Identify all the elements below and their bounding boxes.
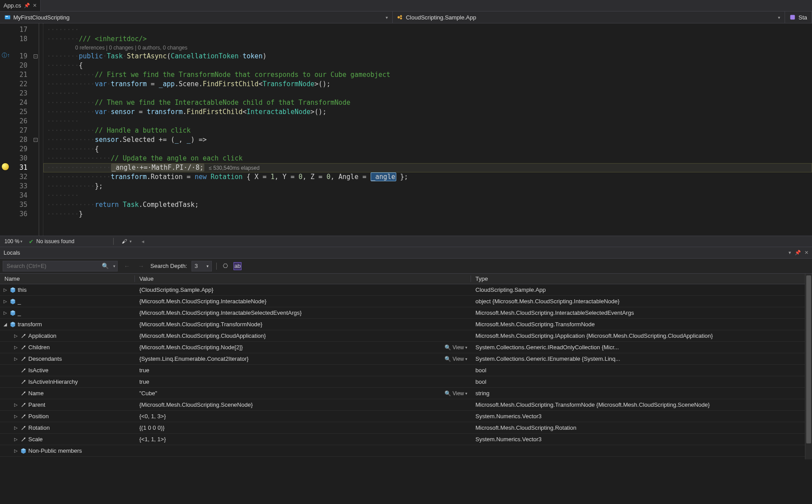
var-name: _	[18, 309, 21, 316]
var-name: transform	[18, 321, 42, 328]
expand-toggle[interactable]: ▷	[13, 414, 19, 419]
pin-icon[interactable]: 📌	[795, 250, 801, 256]
cube-icon	[20, 448, 27, 454]
search-input[interactable]	[3, 263, 99, 269]
depth-select[interactable]: 3 ▾	[192, 261, 212, 271]
search-icon[interactable]: 🔍	[99, 263, 111, 269]
expand-toggle[interactable]: ▷	[3, 287, 8, 292]
close-icon[interactable]: ✕	[33, 3, 37, 8]
var-value: {<1, 1, 1>}	[139, 436, 166, 443]
folding-margin: − −	[33, 23, 39, 236]
magnifier-icon: 🔍	[444, 344, 451, 351]
var-name: Children	[28, 344, 50, 351]
locals-toolbar: 🔍 ▾ ← → Search Depth: 3 ▾ ⎔ ab	[0, 259, 812, 274]
var-name: Parent	[28, 401, 45, 408]
chevron-down-icon[interactable]: ▾	[111, 264, 117, 268]
col-name[interactable]: Name	[0, 275, 135, 282]
fold-toggle[interactable]: −	[34, 54, 38, 58]
highlight-mode-icon[interactable]: ab	[234, 262, 241, 270]
class-icon	[397, 14, 403, 20]
perf-tip[interactable]: ≤ 530,540ms elapsed	[209, 165, 260, 171]
cleanup-button[interactable]: 🖌 ▾	[120, 237, 134, 245]
expand-toggle[interactable]: ◢	[3, 322, 8, 327]
current-statement: _angle·+=·MathF.PI·/·8;	[111, 164, 205, 172]
table-row[interactable]: ▷this{CloudScripting.Sample.App}CloudScr…	[0, 284, 812, 296]
table-row[interactable]: IsActivetruebool	[0, 365, 812, 376]
tree-view-icon[interactable]: ⎔	[221, 262, 229, 270]
table-row[interactable]: ▷_{Microsoft.Mesh.CloudScripting.Interac…	[0, 307, 812, 319]
var-value: {Microsoft.Mesh.CloudScripting.Node[2]}	[139, 344, 243, 351]
locals-search[interactable]: 🔍 ▾	[3, 261, 118, 271]
expand-toggle[interactable]: ▷	[13, 345, 19, 350]
magnifier-icon: 🔍	[444, 390, 451, 397]
view-link[interactable]: 🔍View▾	[444, 356, 467, 362]
vertical-scrollbar[interactable]	[805, 274, 812, 459]
class-name: CloudScripting.Sample.App	[406, 14, 476, 21]
grid-header[interactable]: Name Value Type	[0, 274, 812, 284]
info-icon[interactable]: ⓘ↑	[2, 52, 8, 58]
table-row[interactable]: IsActiveInHierarchytruebool	[0, 376, 812, 388]
wrench-icon	[20, 344, 27, 351]
view-link[interactable]: 🔍View▾	[444, 344, 467, 351]
expand-toggle[interactable]: ▷	[13, 402, 19, 407]
expand-toggle[interactable]: ▷	[3, 299, 8, 304]
member-dropdown[interactable]: Sta	[785, 11, 812, 23]
project-name: MyFirstCloudScripting	[13, 14, 69, 21]
expand-toggle[interactable]: ▷	[13, 356, 19, 361]
member-name-partial: Sta	[798, 14, 807, 21]
code-editor[interactable]: ⓘ↑ 17 18 19 20 21 22 23 24 25 26 27 28 2…	[0, 23, 812, 236]
project-dropdown[interactable]: MyFirstCloudScripting ▾	[0, 11, 393, 23]
var-name: Scale	[28, 436, 43, 443]
table-row[interactable]: ▷Rotation{(1 0 0 0)}Microsoft.Mesh.Cloud…	[0, 422, 812, 434]
table-row[interactable]: ▷Children{Microsoft.Mesh.CloudScripting.…	[0, 342, 812, 353]
expand-toggle[interactable]: ▷	[13, 448, 19, 453]
breakpoint-current-icon[interactable]	[2, 163, 9, 170]
window-menu-icon[interactable]: ▾	[789, 250, 791, 256]
zoom-level[interactable]: 100 %▾	[4, 238, 23, 244]
var-name: _	[18, 298, 21, 305]
var-value: {Microsoft.Mesh.CloudScripting.Interacta…	[139, 309, 302, 316]
fold-toggle[interactable]: −	[34, 138, 38, 142]
var-type: Microsoft.Mesh.CloudScripting.Rotation	[471, 424, 812, 431]
var-type: System.Collections.Generic.IReadOnlyColl…	[471, 344, 812, 351]
var-type: CloudScripting.Sample.App	[471, 286, 812, 293]
table-row[interactable]: ▷Parent{Microsoft.Mesh.CloudScripting.Sc…	[0, 399, 812, 411]
expand-toggle[interactable]: ▷	[13, 437, 19, 442]
wrench-icon	[20, 425, 27, 431]
tab-app-cs[interactable]: App.cs 📌 ✕	[0, 0, 41, 11]
code-surface[interactable]: ········ ········/// <inheritdoc/> 0 ref…	[43, 23, 812, 236]
table-row[interactable]: ▷Non-Public members	[0, 445, 812, 457]
locals-title: Locals	[4, 249, 20, 256]
expand-toggle[interactable]: ▷	[13, 333, 19, 338]
var-type: System.Numerics.Vector3	[471, 413, 812, 420]
grid-body[interactable]: ▷this{CloudScripting.Sample.App}CloudScr…	[0, 284, 812, 457]
editor-status-bar: 100 %▾ ✔ No issues found 🖌 ▾ ◂	[0, 236, 812, 247]
table-row[interactable]: ▷Position{<0, 1, 3>}System.Numerics.Vect…	[0, 411, 812, 422]
table-row[interactable]: ▷Descendants{System.Linq.Enumerable.Conc…	[0, 353, 812, 365]
var-name: Descendants	[28, 355, 62, 362]
expand-toggle[interactable]: ▷	[13, 425, 19, 430]
table-row[interactable]: ▷_{Microsoft.Mesh.CloudScripting.Interac…	[0, 296, 812, 307]
table-row[interactable]: ◢transform{Microsoft.Mesh.CloudScripting…	[0, 319, 812, 330]
table-row[interactable]: ▷Scale{<1, 1, 1>}System.Numerics.Vector3	[0, 434, 812, 445]
pin-icon[interactable]: 📌	[24, 3, 30, 8]
glyph-margin: ⓘ↑	[0, 23, 11, 236]
issues-indicator[interactable]: ✔ No issues found	[29, 238, 74, 245]
locals-grid: Name Value Type ▷this{CloudScripting.Sam…	[0, 274, 812, 457]
close-icon[interactable]: ✕	[804, 250, 808, 256]
col-type[interactable]: Type	[471, 275, 812, 282]
table-row[interactable]: Name"Cube"🔍View▾string	[0, 388, 812, 399]
expand-toggle[interactable]: ▷	[3, 310, 8, 315]
var-name: IsActiveInHierarchy	[28, 378, 78, 385]
var-name: Application	[28, 332, 57, 339]
table-row[interactable]: ▷Application{Microsoft.Mesh.CloudScripti…	[0, 330, 812, 342]
col-value[interactable]: Value	[135, 275, 471, 282]
var-value: {Microsoft.Mesh.CloudScripting.Transform…	[139, 321, 262, 328]
magnifier-icon: 🔍	[444, 356, 451, 362]
codelens[interactable]: 0 references | 0 changes | 0 authors, 0 …	[43, 44, 812, 52]
view-link[interactable]: 🔍View▾	[444, 390, 467, 397]
wrench-icon	[20, 356, 27, 362]
class-dropdown[interactable]: CloudScripting.Sample.App ▾	[393, 11, 785, 23]
broom-icon: 🖌	[122, 238, 127, 244]
scroll-left[interactable]: ◂	[140, 237, 146, 245]
